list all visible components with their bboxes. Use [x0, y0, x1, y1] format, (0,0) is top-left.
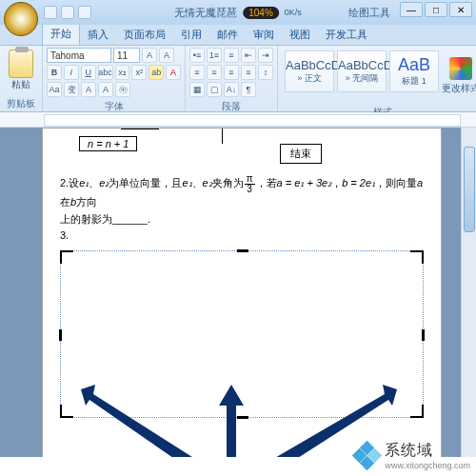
crop-handle-tl[interactable]: [60, 250, 73, 264]
enclose-icon[interactable]: ㊥: [115, 82, 130, 97]
paste-icon[interactable]: [9, 50, 33, 78]
office-button[interactable]: [4, 2, 38, 36]
title-extra: 0K/s: [285, 8, 302, 17]
title-bar: 无情无魔琵琶 104% 0K/s 绘图工具 — □ ✕: [0, 0, 476, 25]
font-name-combo[interactable]: Tahoma: [47, 48, 111, 63]
align-right-icon[interactable]: ≡: [224, 65, 239, 80]
crop-handle-bl[interactable]: [60, 405, 73, 418]
align-left-icon[interactable]: ≡: [189, 65, 205, 80]
group-label-clipboard: 剪贴板: [4, 96, 38, 111]
tab-references[interactable]: 引用: [173, 25, 209, 45]
paste-button[interactable]: 粘贴: [11, 78, 30, 91]
handle-right[interactable]: [422, 329, 425, 341]
annotation-arrow-left: [76, 385, 200, 457]
bold-button[interactable]: B: [47, 65, 62, 80]
tab-review[interactable]: 审阅: [246, 25, 282, 45]
quick-access-toolbar[interactable]: [44, 6, 91, 19]
italic-button[interactable]: I: [64, 65, 79, 80]
font-color-icon[interactable]: A: [166, 65, 181, 80]
style-normal[interactable]: AaBbCcD » 正文: [285, 50, 334, 92]
minimize-button[interactable]: —: [400, 2, 423, 17]
svg-marker-0: [81, 385, 198, 457]
show-marks-icon[interactable]: ¶: [241, 82, 256, 97]
watermark-url: www.xitongcheng.com: [385, 461, 470, 470]
handle-left[interactable]: [59, 329, 62, 341]
document-title: 无情无魔琵琶: [174, 6, 237, 20]
bullets-icon[interactable]: •≡: [189, 48, 205, 63]
shrink-font-icon[interactable]: A: [159, 48, 174, 63]
tab-home[interactable]: 开始: [42, 23, 80, 45]
watermark-logo-icon: [354, 443, 381, 469]
subscript-button[interactable]: x₂: [115, 65, 130, 80]
clear-format-icon[interactable]: Aa: [47, 82, 62, 97]
qat-undo-icon[interactable]: [61, 6, 74, 19]
shading-icon[interactable]: ▦: [189, 82, 205, 97]
strike-button[interactable]: abc: [98, 65, 113, 80]
scroll-thumb[interactable]: [464, 147, 475, 232]
tab-dev[interactable]: 开发工具: [318, 25, 375, 45]
flow-end-box: 结束: [280, 144, 322, 164]
handle-top[interactable]: [237, 249, 248, 252]
char-shading-icon[interactable]: A: [98, 82, 113, 97]
phonetic-icon[interactable]: 变: [64, 82, 79, 97]
crop-handle-tr[interactable]: [410, 250, 424, 264]
multilevel-icon[interactable]: ≡: [224, 48, 239, 63]
annotation-arrow-center: [217, 385, 246, 457]
line-spacing-icon[interactable]: ↕: [258, 65, 273, 80]
tab-mail[interactable]: 邮件: [209, 25, 246, 45]
problem-text: 2.设e₁、e₂为单位向量，且e₁、e₂夹角为π3，若a = e₁ + 3e₂，…: [60, 174, 424, 245]
justify-icon[interactable]: ≡: [241, 65, 256, 80]
indent-dec-icon[interactable]: ⇤: [241, 48, 256, 63]
tab-view[interactable]: 视图: [282, 25, 318, 45]
highlight-icon[interactable]: ab: [149, 65, 164, 80]
title-badge: 104%: [243, 7, 279, 19]
superscript-button[interactable]: x²: [131, 65, 147, 80]
tab-insert[interactable]: 插入: [80, 25, 116, 45]
group-paragraph: •≡ 1≡ ≡ ⇤ ⇥ ≡ ≡ ≡ ≡ ↕ ▦ ▢ A↓ ¶ 段落: [186, 46, 278, 111]
close-button[interactable]: ✕: [449, 2, 472, 17]
crop-handle-br[interactable]: [410, 405, 424, 418]
flow-formula-box: n = n + 1: [79, 136, 137, 151]
style-heading1[interactable]: AaB 标题 1: [389, 50, 439, 92]
watermark: 系统域 www.xitongcheng.com: [354, 441, 470, 470]
context-tab-title: 绘图工具: [348, 6, 390, 20]
maximize-button[interactable]: □: [425, 2, 447, 17]
group-clipboard: 粘贴 剪贴板: [0, 46, 43, 111]
grow-font-icon[interactable]: A: [142, 48, 157, 63]
font-size-combo[interactable]: 11: [113, 48, 140, 63]
group-styles: AaBbCcD » 正文 AaBbCcD » 无间隔 AaB 标题 1 更改样式…: [278, 46, 476, 111]
ribbon-tabs: 开始 插入 页面布局 引用 邮件 审阅 视图 开发工具: [0, 25, 476, 46]
indent-inc-icon[interactable]: ⇥: [258, 48, 273, 63]
align-center-icon[interactable]: ≡: [207, 65, 222, 80]
svg-marker-1: [219, 385, 244, 457]
qat-save-icon[interactable]: [44, 6, 57, 19]
change-styles-button[interactable]: 更改样式: [442, 50, 476, 102]
borders-icon[interactable]: ▢: [207, 82, 222, 97]
sort-icon[interactable]: A↓: [224, 82, 239, 97]
style-nospacing[interactable]: AaBbCcD » 无间隔: [337, 50, 387, 92]
group-font: Tahoma 11 A A B I U abc x₂ x² ab A Aa 变 …: [43, 46, 186, 111]
ribbon: 粘贴 剪贴板 Tahoma 11 A A B I U abc x₂ x² ab …: [0, 46, 476, 112]
tab-layout[interactable]: 页面布局: [116, 25, 173, 45]
qat-redo-icon[interactable]: [78, 6, 91, 19]
change-styles-icon: [449, 57, 472, 80]
horizontal-ruler[interactable]: [0, 112, 476, 128]
underline-button[interactable]: U: [81, 65, 96, 80]
vertical-scrollbar[interactable]: [461, 128, 476, 457]
numbering-icon[interactable]: 1≡: [207, 48, 222, 63]
document-area: n = n + 1 结束 2.设e₁、e₂为单位向量，且e₁、e₂夹角为π3，若…: [0, 128, 476, 457]
border-char-icon[interactable]: A: [81, 82, 96, 97]
watermark-brand: 系统域: [385, 441, 470, 461]
